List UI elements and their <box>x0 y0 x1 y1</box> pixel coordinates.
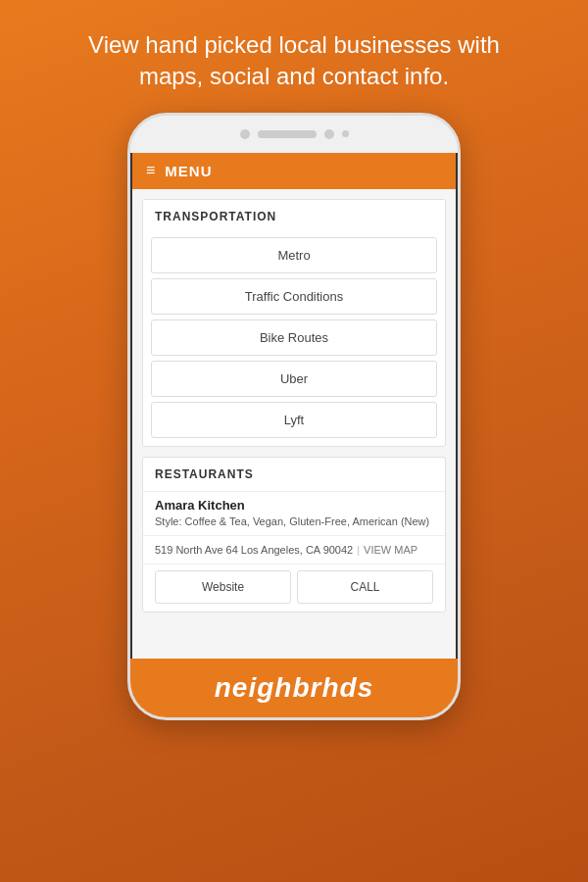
menu-label: MENU <box>165 163 212 179</box>
hamburger-icon: ≡ <box>146 163 155 178</box>
website-button[interactable]: Website <box>155 570 291 604</box>
phone-speaker <box>258 130 317 138</box>
phone-dot <box>240 129 250 139</box>
screen-content: TRANSPORTATION Metro Traffic Conditions … <box>132 189 456 659</box>
transportation-menu-list: Metro Traffic Conditions Bike Routes Ube… <box>143 233 445 446</box>
phone-dot-right <box>324 129 334 139</box>
call-button[interactable]: CALL <box>297 570 433 604</box>
action-buttons-row: Website CALL <box>143 564 445 612</box>
restaurants-section: RESTAURANTS Amara Kitchen Style: Coffee … <box>142 457 446 612</box>
metro-button[interactable]: Metro <box>151 237 437 273</box>
restaurants-header: RESTAURANTS <box>143 458 445 491</box>
bottom-bar: neighbrhds <box>130 659 458 717</box>
restaurant-address: 519 North Ave 64 Los Angeles, CA 90042 <box>155 544 353 556</box>
pipe-divider: | <box>357 544 360 556</box>
phone-top-bar <box>130 116 458 153</box>
phone-wrapper: ≡ MENU TRANSPORTATION Metro Traffic Cond… <box>127 113 461 882</box>
uber-button[interactable]: Uber <box>151 361 437 397</box>
phone-dot-small <box>342 130 349 137</box>
restaurant-info: Amara Kitchen Style: Coffee & Tea, Vegan… <box>143 491 445 535</box>
bike-routes-button[interactable]: Bike Routes <box>151 319 437 356</box>
transportation-section: TRANSPORTATION Metro Traffic Conditions … <box>142 199 446 447</box>
restaurant-style: Style: Coffee & Tea, Vegan, Gluten-Free,… <box>155 515 433 527</box>
phone-outer: ≡ MENU TRANSPORTATION Metro Traffic Cond… <box>127 113 461 720</box>
restaurant-address-row: 519 North Ave 64 Los Angeles, CA 90042 |… <box>143 535 445 564</box>
transportation-header: TRANSPORTATION <box>143 200 445 233</box>
view-map-link[interactable]: VIEW MAP <box>364 544 417 556</box>
restaurant-name: Amara Kitchen <box>155 498 433 513</box>
phone-screen: ≡ MENU TRANSPORTATION Metro Traffic Cond… <box>130 153 458 659</box>
tagline-text: View hand picked local businesses with m… <box>0 0 588 113</box>
traffic-conditions-button[interactable]: Traffic Conditions <box>151 278 437 315</box>
menu-bar: ≡ MENU <box>132 153 456 189</box>
lyft-button[interactable]: Lyft <box>151 402 437 438</box>
app-name: neighbrhds <box>215 672 373 704</box>
